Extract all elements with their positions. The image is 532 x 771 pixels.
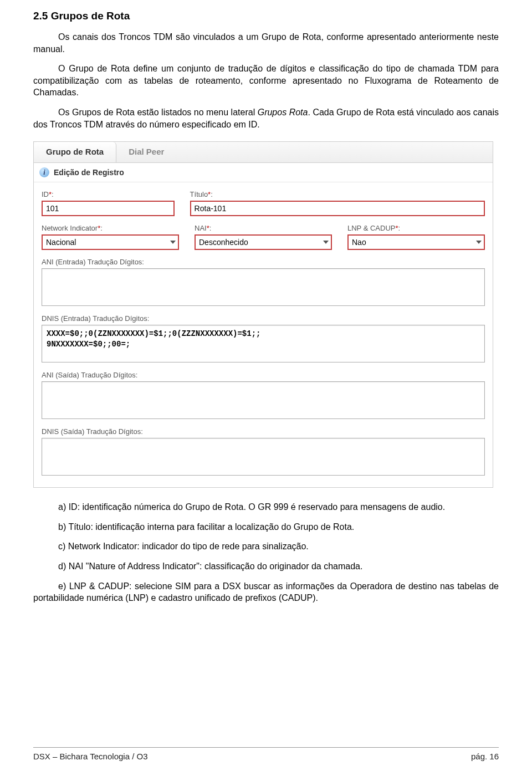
lnp-select[interactable] — [347, 234, 485, 250]
tab-bar: Grupo de Rota Dial Peer — [34, 142, 493, 163]
label-titulo-text: Título — [190, 190, 208, 198]
col-id: ID*: — [42, 190, 175, 216]
paragraph-2: O Grupo de Rota define um conjunto de tr… — [33, 63, 499, 99]
footer-right: pág. 16 — [471, 752, 499, 761]
chevron-down-icon — [323, 241, 329, 244]
registry-title: Edição de Registro — [54, 168, 124, 177]
form-screenshot: Grupo de Rota Dial Peer i Edição de Regi… — [33, 141, 493, 488]
registry-row: i Edição de Registro — [34, 163, 493, 182]
label-ani-in: ANI (Entrada) Tradução Dígitos: — [42, 258, 485, 266]
label-dnis-out: DNIS (Saída) Tradução Dígitos: — [42, 427, 485, 436]
form-area: ID*: Título*: Network Indicator*: — [34, 182, 493, 487]
label-nai-text: NAI — [195, 224, 207, 232]
col-lnp: LNP & CADUP*: — [347, 224, 485, 250]
item-a: a) ID: identificação númerica do Grupo d… — [33, 501, 499, 513]
ni-select-wrap — [42, 234, 179, 250]
row-1: ID*: Título*: — [42, 190, 485, 216]
tab-dial-peer[interactable]: Dial Peer — [116, 142, 176, 162]
label-ani-out: ANI (Saída) Tradução Dígitos: — [42, 371, 485, 379]
footer-rule — [33, 747, 499, 748]
paragraph-1: Os canais dos Troncos TDM são vinculados… — [33, 31, 499, 55]
label-ni: Network Indicator*: — [42, 224, 179, 232]
page-footer: DSX – Bichara Tecnologia / O3 pág. 16 — [33, 752, 499, 761]
label-colon: : — [100, 224, 103, 232]
col-ni: Network Indicator*: — [42, 224, 179, 250]
label-colon: : — [52, 190, 54, 198]
dnis-in-textarea[interactable] — [42, 325, 485, 362]
label-id-text: ID — [42, 190, 49, 198]
col-nai: NAI*: — [195, 224, 332, 250]
paragraph-3: Os Grupos de Rota estão listados no menu… — [33, 106, 499, 130]
chevron-down-icon — [170, 241, 176, 244]
paragraph-3-a: Os Grupos de Rota estão listados no menu… — [58, 108, 258, 117]
dnis-out-textarea[interactable] — [42, 438, 485, 476]
nai-select-wrap — [195, 234, 332, 250]
nai-select[interactable] — [195, 234, 332, 250]
info-icon: i — [39, 167, 49, 177]
tab-grupo-rota[interactable]: Grupo de Rota — [34, 142, 116, 162]
item-c: c) Network Indicator: indicador do tipo … — [33, 540, 499, 553]
id-input[interactable] — [42, 201, 175, 216]
item-d: d) NAI "Nature of Address Indicator": cl… — [33, 560, 499, 573]
label-id: ID*: — [42, 190, 175, 198]
label-colon: : — [211, 190, 213, 198]
col-titulo: Título*: — [190, 190, 485, 216]
titulo-input[interactable] — [190, 201, 485, 216]
label-lnp-text: LNP & CADUP — [347, 224, 395, 232]
ani-out-textarea[interactable] — [42, 381, 485, 419]
label-titulo: Título*: — [190, 190, 485, 198]
ani-in-textarea[interactable] — [42, 268, 485, 306]
item-e: e) LNP & CADUP: selecione SIM para a DSX… — [33, 580, 499, 604]
label-colon: : — [398, 224, 401, 232]
item-b: b) Título: identificação interna para fa… — [33, 521, 499, 533]
chevron-down-icon — [476, 241, 482, 244]
label-lnp: LNP & CADUP*: — [347, 224, 485, 232]
label-colon: : — [209, 224, 212, 232]
label-ni-text: Network Indicator — [42, 224, 98, 232]
label-nai: NAI*: — [195, 224, 332, 232]
label-dnis-in: DNIS (Entrada) Tradução Dígitos: — [42, 314, 485, 323]
ni-select[interactable] — [42, 234, 179, 250]
lnp-select-wrap — [347, 234, 485, 250]
footer-left: DSX – Bichara Tecnologia / O3 — [33, 752, 148, 761]
section-heading: 2.5 Grupos de Rota — [33, 10, 499, 22]
paragraph-3-italic: Grupos Rota — [258, 108, 308, 117]
row-2: Network Indicator*: NAI*: LNP & CADU — [42, 224, 485, 250]
